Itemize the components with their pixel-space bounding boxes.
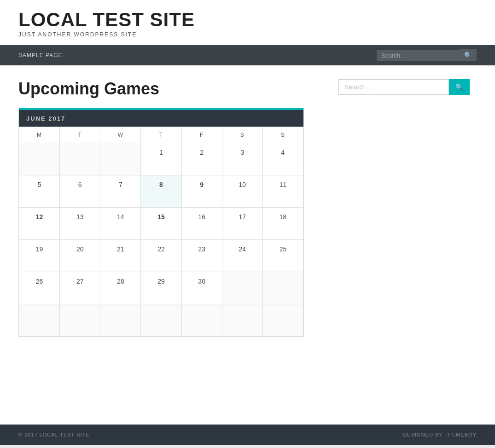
calendar-weekdays-row: MTWTFSS — [19, 127, 303, 143]
footer-credit: DESIGNED BY THEMEBOY — [403, 432, 477, 437]
calendar-day-cell — [19, 304, 60, 337]
calendar-day-cell — [262, 272, 303, 304]
sidebar: 🔍 — [338, 79, 477, 397]
sidebar-search-icon: 🔍 — [455, 83, 463, 91]
nav-search-form: 🔍 — [377, 49, 477, 61]
calendar-wrapper: JUNE 2017 MTWTFSS 1234567891011121314151… — [18, 108, 304, 337]
calendar-week-row: 2627282930 — [19, 272, 303, 304]
calendar-day-cell: 2 — [181, 143, 222, 175]
site-tagline: JUST ANOTHER WORDPRESS SITE — [18, 31, 477, 38]
calendar-day-cell — [19, 143, 60, 175]
calendar-weekday-header: S — [222, 127, 262, 143]
calendar-week-row: 19202122232425 — [19, 240, 303, 272]
calendar-week-row: 567891011 — [19, 175, 303, 208]
calendar-day-cell — [100, 143, 141, 175]
calendar-day-cell: 27 — [60, 272, 100, 304]
calendar-day-cell: 14 — [100, 208, 141, 240]
calendar-day-cell: 4 — [262, 143, 303, 175]
site-header: LOCAL TEST SITE JUST ANOTHER WORDPRESS S… — [0, 0, 495, 45]
calendar-day-cell — [60, 304, 100, 337]
calendar-header: JUNE 2017 — [19, 108, 303, 127]
calendar-day-cell: 18 — [262, 208, 303, 240]
calendar-day-cell: 30 — [181, 272, 222, 304]
calendar-weekday-header: W — [100, 127, 141, 143]
calendar-weekday-header: S — [262, 127, 303, 143]
calendar-week-row — [19, 304, 303, 337]
navbar: SAMPLE PAGE 🔍 — [0, 45, 495, 65]
calendar-day-cell — [100, 304, 141, 337]
nav-search-button[interactable]: 🔍 — [460, 49, 477, 61]
calendar-weekday-header: F — [181, 127, 222, 143]
calendar-day-cell: 29 — [141, 272, 181, 304]
calendar-week-row: 1234 — [19, 143, 303, 175]
calendar-day-cell — [262, 304, 303, 337]
calendar-day-cell: 10 — [222, 175, 262, 208]
calendar-day-cell — [60, 143, 100, 175]
main-container: Upcoming Games JUNE 2017 MTWTFSS 1234567… — [0, 65, 495, 425]
calendar-day-cell: 26 — [19, 272, 60, 304]
calendar-day-cell: 20 — [60, 240, 100, 272]
calendar-day-cell — [222, 272, 262, 304]
sidebar-search-form: 🔍 — [338, 79, 477, 95]
calendar-day-cell: 16 — [181, 208, 222, 240]
calendar-weekday-header: M — [19, 127, 60, 143]
calendar-thead: MTWTFSS — [19, 127, 303, 143]
footer-bar: © 2017 LOCAL TEST SITE DESIGNED BY THEME… — [0, 425, 495, 445]
calendar-day-cell[interactable]: 15 — [141, 208, 181, 240]
calendar-day-cell: 17 — [222, 208, 262, 240]
nav-search-icon: 🔍 — [464, 52, 472, 59]
calendar-tbody: 1234567891011121314151617181920212223242… — [19, 143, 303, 337]
footer: © 2017 LOCAL TEST SITE DESIGNED BY THEME… — [0, 425, 495, 445]
calendar-day-cell: 6 — [60, 175, 100, 208]
calendar-day-cell: 13 — [60, 208, 100, 240]
calendar-month-label: JUNE 2017 — [26, 115, 65, 122]
calendar-day-cell: 19 — [19, 240, 60, 272]
footer-copyright: © 2017 LOCAL TEST SITE — [18, 432, 90, 437]
calendar-day-cell: 23 — [181, 240, 222, 272]
page-title: Upcoming Games — [18, 79, 325, 99]
nav-sample-page[interactable]: SAMPLE PAGE — [18, 52, 62, 58]
calendar-day-cell: 22 — [141, 240, 181, 272]
calendar-day-cell: 28 — [100, 272, 141, 304]
calendar-day-cell — [222, 304, 262, 337]
calendar-day-cell: 8 — [141, 175, 181, 208]
calendar-day-cell: 21 — [100, 240, 141, 272]
calendar-day-cell: 11 — [262, 175, 303, 208]
calendar-day-cell: 3 — [222, 143, 262, 175]
calendar-day-cell[interactable]: 12 — [19, 208, 60, 240]
calendar-weekday-header: T — [60, 127, 100, 143]
calendar-day-cell: 24 — [222, 240, 262, 272]
sidebar-search-input[interactable] — [338, 79, 449, 95]
calendar-day-cell — [181, 304, 222, 337]
calendar-weekday-header: T — [141, 127, 181, 143]
site-title: LOCAL TEST SITE — [18, 9, 477, 30]
calendar-table: MTWTFSS 12345678910111213141516171819202… — [19, 127, 303, 337]
calendar-day-cell[interactable]: 9 — [181, 175, 222, 208]
nav-search-input[interactable] — [377, 50, 460, 61]
calendar-week-row: 12131415161718 — [19, 208, 303, 240]
calendar-day-cell: 7 — [100, 175, 141, 208]
calendar-day-cell — [141, 304, 181, 337]
sidebar-search-button[interactable]: 🔍 — [449, 79, 470, 95]
calendar-day-cell: 5 — [19, 175, 60, 208]
content-area: Upcoming Games JUNE 2017 MTWTFSS 1234567… — [18, 79, 325, 397]
calendar-day-cell: 1 — [141, 143, 181, 175]
calendar-day-cell: 25 — [262, 240, 303, 272]
